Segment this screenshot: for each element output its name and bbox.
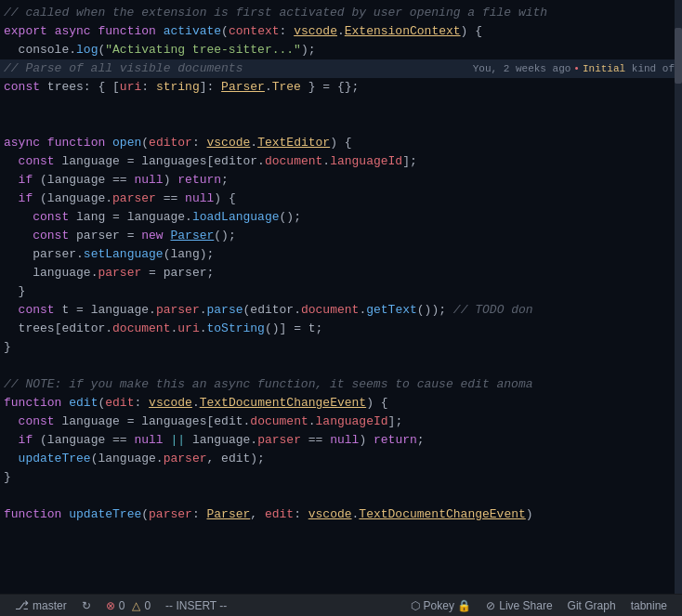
code-line: } [0,468,682,487]
git-graph-label: Git Graph [568,599,616,612]
code-line [0,487,682,505]
code-line: function updateTree(parser: Parser, edit… [0,505,682,524]
mode-text: -- INSERT -- [165,599,227,612]
code-line: const trees: { [uri: string]: Parser.Tre… [0,78,682,97]
pokey-label: Pokey 🔒 [424,599,472,612]
git-graph-button[interactable]: Git Graph [560,595,623,616]
code-line: // called when the extension is first ac… [0,4,682,22]
code-line: const language = languages[editor.docume… [0,152,682,171]
branch-icon: ⎇ [15,598,29,612]
error-number: 0 [119,599,125,612]
tabnine-label: tabnine [631,599,667,612]
code-line: trees[editor.document.uri.toString()] = … [0,320,682,338]
pokey-icon: ⬡ [411,599,420,612]
git-branch[interactable]: ⎇ master [7,595,74,616]
error-count[interactable]: ⊗ 0 △ 0 [98,595,158,616]
refresh-button[interactable]: ↻ [74,595,98,616]
code-line: console.log("Activating tree-sitter...")… [0,41,682,59]
live-share-label: Live Share [499,599,552,612]
editor-mode: -- INSERT -- [158,595,234,616]
code-editor[interactable]: // called when the extension is first ac… [0,0,682,594]
status-bar: ⎇ master ↻ ⊗ 0 △ 0 -- INSERT -- ⬡ Pokey … [0,594,682,616]
code-line: if (language.parser == null) { [0,190,682,208]
code-line: if (language == null || language.parser … [0,431,682,450]
code-line: function edit(edit: vscode.TextDocumentC… [0,394,682,413]
live-share-icon: ⊘ [486,599,495,612]
code-line [0,357,682,375]
live-share-button[interactable]: ⊘ Live Share [479,595,559,616]
git-annotation: You, 2 weeks ago•Initial kind of [473,59,682,78]
code-line: if (language == null) return; [0,171,682,190]
code-line: // NOTE: if you make this an async funct… [0,375,682,394]
tabnine-button[interactable]: tabnine [623,595,675,616]
scrollbar-thumb[interactable] [675,28,682,84]
code-line: const language = languages[edit.document… [0,413,682,431]
annotated-line: // Parse of all visible documents You, 2… [0,59,682,78]
pokey-button[interactable]: ⬡ Pokey 🔒 [403,595,479,616]
code-line: const t = language.parser.parse(editor.d… [0,301,682,320]
code-line: updateTree(language.parser, edit); [0,450,682,468]
code-line: } [0,282,682,301]
code-line [0,115,682,134]
warning-icon: △ [132,599,140,612]
code-line: const parser = new Parser(); [0,227,682,245]
branch-name: master [33,599,67,612]
code-line [0,97,682,115]
code-line: } [0,338,682,357]
code-line: const lang = language.loadLanguage(); [0,208,682,227]
refresh-icon: ↻ [82,599,91,612]
warning-number: 0 [144,599,151,612]
code-line: async function open(editor: vscode.TextE… [0,134,682,152]
scrollbar[interactable] [675,0,682,594]
code-line: language.parser = parser; [0,264,682,282]
error-icon: ⊗ [106,599,115,612]
code-line: parser.setLanguage(lang); [0,245,682,264]
code-line: export async function activate(context: … [0,22,682,41]
